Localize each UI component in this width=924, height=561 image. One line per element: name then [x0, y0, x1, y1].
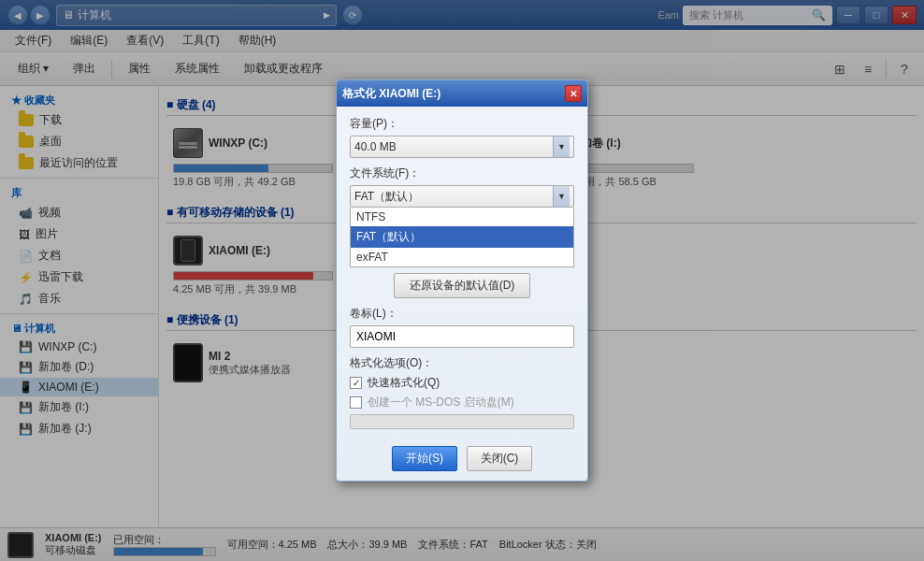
restore-btn-row: 还原设备的默认值(D): [350, 273, 574, 298]
dropdown-exfat[interactable]: exFAT: [351, 248, 573, 266]
dialog-title-bar: 格式化 XIAOMI (E:) ✕: [337, 80, 587, 107]
dialog-close-button[interactable]: ✕: [565, 85, 582, 102]
msdos-checkbox[interactable]: [350, 396, 362, 409]
filesystem-arrow: ▼: [553, 186, 570, 207]
dialog-title-text: 格式化 XIAOMI (E:): [342, 86, 440, 102]
capacity-label: 容量(P)：: [350, 116, 574, 132]
msdos-label: 创建一个 MS-DOS 启动盘(M): [368, 395, 514, 410]
format-progress-bar: [350, 414, 574, 429]
format-options-title: 格式化选项(O)：: [350, 355, 574, 371]
filesystem-dropdown[interactable]: NTFS FAT（默认） exFAT: [350, 208, 574, 267]
dropdown-ntfs[interactable]: NTFS: [351, 208, 573, 226]
filesystem-value: FAT（默认）: [354, 189, 419, 205]
volume-label: 卷标(L)：: [350, 306, 574, 322]
start-button[interactable]: 开始(S): [392, 446, 457, 471]
dialog-body: 容量(P)： 40.0 MB ▼ 文件系统(F)： FAT（默认） ▼ NTFS…: [337, 107, 587, 446]
dialog-close-btn[interactable]: 关闭(C): [467, 446, 532, 471]
capacity-value: 40.0 MB: [354, 140, 397, 153]
restore-defaults-button[interactable]: 还原设备的默认值(D): [394, 273, 531, 298]
quick-format-label: 快速格式化(Q): [368, 375, 440, 391]
dialog-footer: 开始(S) 关闭(C): [337, 446, 587, 481]
msdos-row: 创建一个 MS-DOS 启动盘(M): [350, 395, 574, 410]
capacity-arrow: ▼: [553, 137, 570, 157]
filesystem-select-container: FAT（默认） ▼ NTFS FAT（默认） exFAT: [350, 185, 574, 208]
format-dialog: 格式化 XIAOMI (E:) ✕ 容量(P)： 40.0 MB ▼ 文件系统(…: [336, 79, 588, 482]
volume-input[interactable]: [350, 325, 574, 348]
filesystem-label: 文件系统(F)：: [350, 165, 574, 181]
dropdown-fat[interactable]: FAT（默认）: [351, 226, 573, 248]
quick-format-row: ✓ 快速格式化(Q): [350, 375, 574, 391]
quick-format-checkbox[interactable]: ✓: [350, 377, 362, 389]
filesystem-select[interactable]: FAT（默认） ▼: [350, 185, 574, 208]
capacity-select[interactable]: 40.0 MB ▼: [350, 136, 574, 158]
dialog-overlay: 格式化 XIAOMI (E:) ✕ 容量(P)： 40.0 MB ▼ 文件系统(…: [0, 0, 924, 561]
